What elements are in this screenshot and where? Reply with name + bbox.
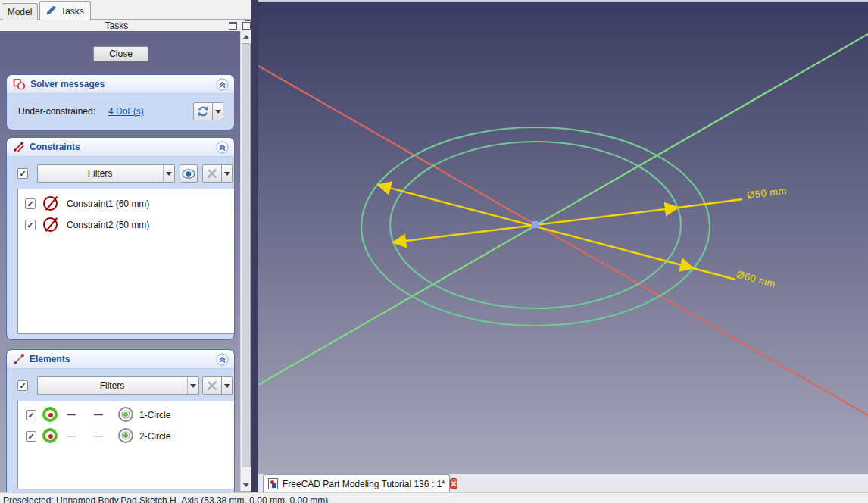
constraints-title: Constraints [30, 142, 80, 152]
constraints-settings-split-button[interactable] [202, 164, 233, 183]
constraints-list: ✓ Constraint1 (60 mm) ✓ Constraint2 (50 … [17, 189, 235, 334]
settings-icon[interactable] [202, 164, 222, 183]
placeholder-dash: — [67, 430, 76, 441]
tab-tasks-label: Tasks [61, 6, 84, 17]
element-checkbox[interactable]: ✓ [26, 410, 36, 420]
sketch-canvas[interactable] [258, 0, 868, 492]
x-axis-line[interactable] [258, 66, 868, 415]
close-document-icon[interactable]: ✕ [450, 478, 457, 489]
solver-messages-section: Solver messages Under-constrained: 4 DoF… [6, 74, 235, 130]
constraint-checkbox[interactable]: ✓ [25, 220, 36, 230]
elements-settings-split-button[interactable] [202, 376, 233, 395]
sketch-icon [13, 78, 26, 90]
elements-select-all-checkbox[interactable]: ✓ [17, 380, 28, 391]
construction-circle-icon [118, 428, 133, 443]
constraints-filter-label: Filters [38, 165, 162, 182]
dock-minimize-icon[interactable] [229, 22, 237, 30]
placeholder-dash: — [94, 430, 103, 441]
dock-title: Tasks [0, 20, 233, 31]
show-hide-constraints-button[interactable] [180, 164, 198, 183]
refresh-icon[interactable] [193, 102, 213, 120]
constraint-label: Constraint1 (60 mm) [67, 198, 149, 209]
collapse-icon[interactable] [216, 78, 229, 91]
y-axis-line[interactable] [258, 34, 868, 385]
dock-edge [251, 0, 258, 492]
placeholder-dash: — [67, 409, 76, 420]
chevron-down-icon[interactable] [187, 377, 198, 394]
elements-filter-combo[interactable]: Filters [37, 376, 199, 395]
constraint-label: Constraint2 (50 mm) [67, 220, 149, 230]
viewport-top-edge [258, 0, 868, 2]
pencil-icon [46, 6, 57, 17]
edge-circle-icon [42, 428, 58, 443]
center-point[interactable] [532, 221, 539, 228]
diameter-constraint-icon [43, 217, 58, 232]
constraint-row[interactable]: ✓ Constraint1 (60 mm) [18, 193, 235, 214]
status-bar: Preselected: Unnamed.Body.Pad.Sketch.H_A… [0, 492, 868, 503]
3d-viewport[interactable] [258, 0, 868, 492]
chevron-down-icon[interactable] [163, 165, 174, 182]
scrollbar-thumb[interactable] [242, 43, 251, 467]
constraints-header: Constraints [7, 138, 234, 157]
dock-float-icon[interactable] [242, 22, 251, 30]
tab-tasks[interactable]: Tasks [39, 1, 91, 20]
tab-model-label: Model [8, 7, 33, 17]
dock-tab-bar: Model Tasks [0, 0, 258, 20]
constraint-checkbox[interactable]: ✓ [25, 198, 36, 209]
elements-icon [13, 353, 25, 365]
settings-dropdown-arrow[interactable] [222, 164, 233, 183]
elements-title: Elements [30, 354, 70, 364]
constraints-select-all-checkbox[interactable]: ✓ [17, 168, 28, 179]
freecad-document-icon [268, 478, 278, 489]
tasks-panel: Close Solver messages Under-constrained:… [0, 31, 251, 492]
eye-icon [182, 169, 195, 179]
constraints-section: Constraints ✓ Filters [6, 137, 235, 340]
document-tab-title: FreeCAD Part Modeling Tutorial 136 : 1* [283, 479, 445, 489]
solver-messages-header: Solver messages [7, 75, 234, 94]
element-checkbox[interactable]: ✓ [26, 431, 36, 442]
document-tab[interactable]: FreeCAD Part Modeling Tutorial 136 : 1* … [263, 474, 450, 492]
element-row[interactable]: ✓ — — 1-Circle [18, 405, 235, 426]
tab-model[interactable]: Model [2, 3, 38, 20]
constraints-toolbar: ✓ Filters [7, 164, 234, 183]
diameter-60-leader-line [693, 268, 735, 280]
status-text: Preselected: Unnamed.Body.Pad.Sketch.H_A… [3, 495, 328, 503]
elements-toolbar: ✓ Filters [7, 376, 234, 395]
settings-icon[interactable] [202, 376, 222, 395]
dof-link[interactable]: 4 DoF(s) [108, 106, 144, 117]
constraints-icon [13, 141, 25, 153]
collapse-icon[interactable] [216, 353, 229, 366]
solver-messages-content: Under-constrained: 4 DoF(s) [7, 94, 234, 130]
placeholder-dash: — [94, 409, 103, 420]
constraints-filter-combo[interactable]: Filters [37, 164, 175, 183]
dock-title-bar: Tasks [0, 20, 258, 31]
scroll-up-icon[interactable] [241, 31, 251, 42]
element-label: 1-Circle [139, 410, 170, 420]
element-label: 2-Circle [139, 431, 170, 442]
collapse-icon[interactable] [216, 141, 229, 154]
under-constrained-label: Under-constrained: [18, 106, 95, 117]
construction-circle-icon [118, 407, 133, 422]
scroll-down-icon[interactable] [241, 480, 251, 491]
close-button[interactable]: Close [93, 46, 148, 61]
panel-scrollbar[interactable] [240, 31, 251, 491]
mdi-tab-bar: FreeCAD Part Modeling Tutorial 136 : 1* … [258, 474, 868, 492]
diameter-50-leader-line [678, 199, 742, 208]
freecad-window: Model Tasks Tasks Close Solver messages [0, 0, 868, 503]
solver-messages-title: Solver messages [30, 79, 105, 89]
diameter-constraint-icon [43, 196, 58, 211]
edge-circle-icon [42, 407, 58, 422]
constraint-row[interactable]: ✓ Constraint2 (50 mm) [18, 214, 235, 236]
refresh-dropdown-arrow[interactable] [213, 102, 223, 120]
element-row[interactable]: ✓ — — 2-Circle [18, 426, 235, 447]
settings-dropdown-arrow[interactable] [222, 376, 233, 395]
elements-filter-label: Filters [38, 377, 186, 394]
elements-header: Elements [7, 350, 234, 369]
elements-section: Elements ✓ Filters [6, 349, 235, 492]
elements-list: ✓ — — 1-Circle ✓ — — 2-Circle [17, 401, 235, 489]
update-solver-split-button[interactable] [193, 102, 223, 120]
